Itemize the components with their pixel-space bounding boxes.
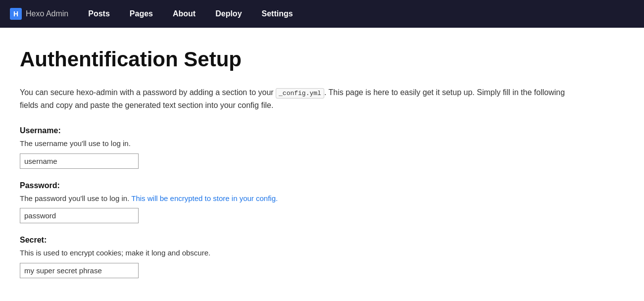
- config-code: _config.yml: [276, 88, 324, 99]
- password-section: Password: The password you'll use to log…: [20, 181, 574, 224]
- intro-paragraph: You can secure hexo-admin with a passwor…: [20, 86, 574, 111]
- secret-description: This is used to encrypt cookies; make it…: [20, 248, 574, 259]
- nav-item-about[interactable]: About: [163, 0, 205, 27]
- nav-link-about[interactable]: About: [163, 0, 205, 27]
- navbar-logo: H: [10, 8, 22, 20]
- main-content: Authentification Setup You can secure he…: [0, 28, 594, 301]
- password-label: Password:: [20, 181, 574, 190]
- nav-item-posts[interactable]: Posts: [78, 0, 120, 27]
- navbar-brand: H Hexo Admin: [10, 8, 68, 20]
- nav-item-settings[interactable]: Settings: [252, 0, 303, 27]
- navbar: H Hexo Admin Posts Pages About Deploy Se…: [0, 0, 644, 28]
- password-input[interactable]: [20, 208, 139, 223]
- nav-link-settings[interactable]: Settings: [252, 0, 303, 27]
- logo-letter: H: [13, 10, 18, 18]
- nav-item-deploy[interactable]: Deploy: [205, 0, 251, 27]
- intro-text-part1: You can secure hexo-admin with a passwor…: [20, 88, 276, 97]
- password-description: The password you'll use to log in. This …: [20, 193, 574, 204]
- navbar-title: Hexo Admin: [26, 9, 68, 18]
- secret-input[interactable]: [20, 263, 139, 278]
- username-label: Username:: [20, 126, 574, 135]
- nav-link-pages[interactable]: Pages: [120, 0, 163, 27]
- password-desc-part1: The password you'll use to log in.: [20, 194, 131, 202]
- navbar-nav: Posts Pages About Deploy Settings: [78, 0, 302, 27]
- page-title: Authentification Setup: [20, 48, 574, 71]
- nav-item-pages[interactable]: Pages: [120, 0, 163, 27]
- username-section: Username: The username you'll use to log…: [20, 126, 574, 169]
- secret-label: Secret:: [20, 236, 574, 245]
- username-description: The username you'll use to log in.: [20, 138, 574, 150]
- nav-link-deploy[interactable]: Deploy: [205, 0, 251, 27]
- secret-section: Secret: This is used to encrypt cookies;…: [20, 236, 574, 278]
- password-desc-part2: This will be encrypted to store in your …: [131, 194, 278, 202]
- nav-link-posts[interactable]: Posts: [78, 0, 120, 27]
- username-input[interactable]: [20, 153, 139, 169]
